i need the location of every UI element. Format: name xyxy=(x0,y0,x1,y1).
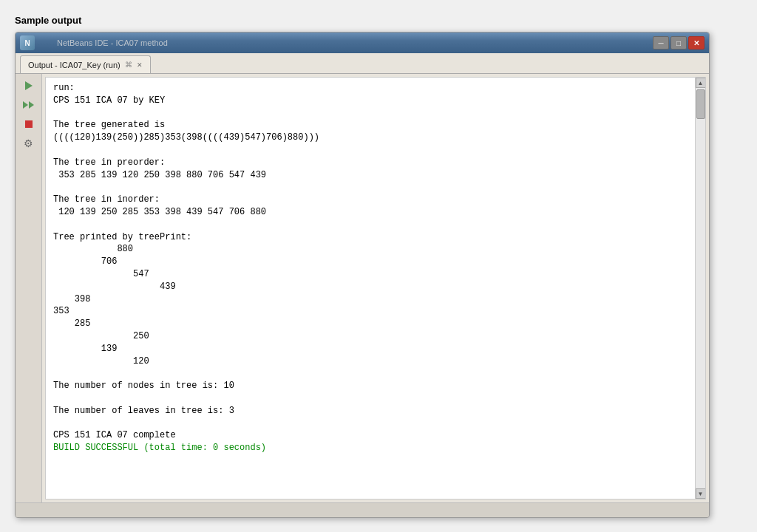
title-bar-controls: ─ □ ✕ xyxy=(653,36,705,50)
scroll-up-arrow[interactable]: ▲ xyxy=(696,78,706,88)
left-toolbar: ⚙ xyxy=(16,74,42,502)
scroll-thumb[interactable] xyxy=(696,89,705,119)
tab-close-icon[interactable]: ✕ xyxy=(137,61,143,69)
scroll-down-arrow[interactable]: ▼ xyxy=(696,488,706,499)
maximize-button[interactable]: □ xyxy=(671,36,687,50)
main-area: ⚙ run: CPS 151 ICA 07 by KEY The tree ge… xyxy=(16,74,709,502)
window: N NetBeans IDE - ICA07 method ─ □ ✕ Outp… xyxy=(15,32,710,518)
close-button[interactable]: ✕ xyxy=(688,36,705,50)
run-button[interactable] xyxy=(19,77,38,95)
output-area: run: CPS 151 ICA 07 by KEY The tree gene… xyxy=(45,77,706,499)
tab-shortcut: ⌘ xyxy=(125,61,132,69)
window-icon: N xyxy=(20,35,35,50)
scrollbar[interactable]: ▲ ▼ xyxy=(695,78,705,499)
console-output: run: CPS 151 ICA 07 by KEY The tree gene… xyxy=(46,78,695,499)
scroll-track[interactable] xyxy=(696,88,705,488)
title-bar: N NetBeans IDE - ICA07 method ─ □ ✕ xyxy=(16,33,709,53)
tab-bar: Output - ICA07_Key (run) ⌘ ✕ xyxy=(16,53,709,74)
fast-forward-button[interactable] xyxy=(19,96,38,114)
page-label: Sample output xyxy=(15,15,742,26)
stop-button[interactable] xyxy=(19,115,38,133)
settings-button[interactable]: ⚙ xyxy=(19,134,38,152)
output-tab[interactable]: Output - ICA07_Key (run) ⌘ ✕ xyxy=(20,55,151,73)
title-bar-text: NetBeans IDE - ICA07 method xyxy=(57,38,168,47)
gear-icon: ⚙ xyxy=(24,137,33,149)
tab-label: Output - ICA07_Key (run) xyxy=(28,61,120,69)
status-bar xyxy=(16,502,709,517)
minimize-button[interactable]: ─ xyxy=(653,36,669,50)
